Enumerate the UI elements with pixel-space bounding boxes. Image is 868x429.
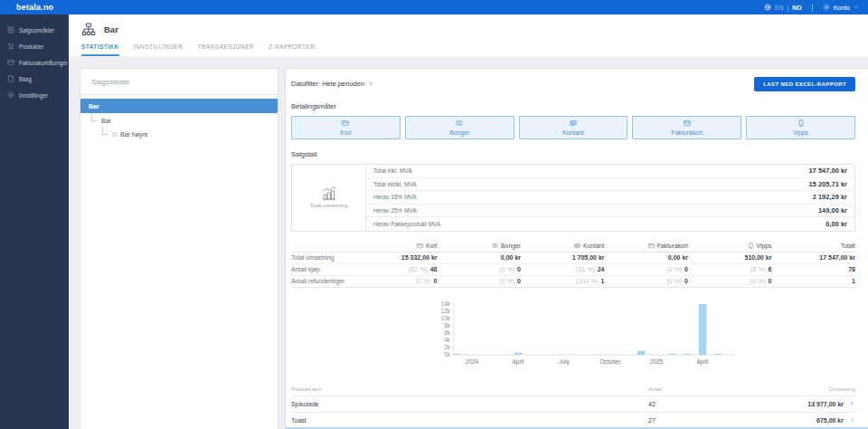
payment-table-row: Total omsetning15 332,00 kr0,00 kr1 705,… [291, 253, 855, 264]
payment-cell-value: 510,00 kr [745, 254, 772, 261]
payment-cell-percent: (31 %) [576, 266, 595, 272]
globe-icon [764, 4, 771, 11]
svg-text:2025: 2025 [650, 358, 664, 365]
sidebar-item-label: Salgsområder [19, 27, 54, 33]
page-header: Bar STATISTIKKINNSTILLINGERTRANSAKSJONER… [69, 14, 868, 56]
payment-row-label: Total omsetning [291, 254, 354, 261]
payment-card-vipps[interactable]: Vipps [746, 116, 855, 139]
payment-cell-percent: (0 %) [750, 278, 766, 284]
payment-cell: (100 %)1 [521, 278, 605, 284]
filter-row: Datofilter: Hele perioden LAST NED EXCEL… [291, 77, 855, 91]
language-no-button[interactable]: NO [792, 5, 802, 11]
payment-cell-value: 1 [852, 278, 855, 284]
payment-card-label: Kort [340, 129, 351, 136]
product-header-name: Produktnavn [291, 386, 648, 392]
chevron-right-icon [849, 416, 855, 424]
sidebar-item-fakturakort-bonger[interactable]: Fakturakort/Bonger [0, 54, 69, 71]
product-revenue: 13 977,00 kr [807, 401, 844, 407]
salgstall-row: Herav Pakkeprodukt MVA0,00 kr [366, 217, 854, 231]
salgstall-table: Total omsetning Total inkl. MVA17 547,00… [291, 164, 855, 232]
payment-card-bonger[interactable]: Bonger [405, 116, 514, 139]
product-name: Toast [291, 417, 648, 424]
sidebar-item-label: Produkter [19, 43, 43, 50]
payment-column-label: Kort [426, 243, 437, 249]
sidebar-item-salgsomrader[interactable]: Salgsområder [0, 22, 69, 38]
tab-statistikk[interactable]: STATISTIKK [81, 43, 119, 56]
tree-item[interactable]: Bar høyre [80, 129, 278, 140]
topbar-right: EN | NO Konto [764, 4, 859, 12]
gear-icon [7, 91, 14, 99]
card-icon [648, 243, 655, 249]
tree-connector [102, 127, 108, 135]
svg-text:October: October [599, 358, 621, 365]
tree-item-selected[interactable]: Bar [80, 99, 278, 113]
payment-card-fakturakort[interactable]: Fakturakort [632, 116, 741, 139]
svg-text:6k: 6k [444, 329, 451, 336]
payment-cell: 15 332,00 kr [354, 254, 438, 261]
payment-card-kort[interactable]: Kort [291, 116, 401, 139]
language-en-button[interactable]: EN [775, 5, 784, 11]
sidebar-item-label: Fakturakort/Bonger [19, 60, 68, 66]
account-menu[interactable]: Konto [834, 5, 850, 11]
product-row[interactable]: Toast27675,00 kr [291, 413, 855, 429]
topbar-divider [812, 4, 813, 12]
grid-icon [7, 26, 14, 33]
svg-text:4k: 4k [444, 337, 451, 343]
svg-text:2024: 2024 [466, 358, 479, 365]
salgstall-summary-cell: Total omsetning [292, 165, 366, 231]
svg-text:2k: 2k [444, 344, 451, 350]
payment-cell: 0,00 kr [438, 254, 522, 261]
payment-cell: 1 [772, 278, 856, 284]
svg-text:April: April [512, 358, 524, 366]
sidebar-item-produkter[interactable]: Produkter [0, 38, 69, 54]
payment-cell: (0 %)0 [438, 266, 522, 272]
salgstall-row: Herav 25% MVA149,00 kr [366, 205, 854, 218]
payment-cell-value: 15 332,00 kr [401, 254, 438, 261]
topbar: betala.no EN | NO Konto [0, 0, 868, 14]
payment-column-bonger: Bonger [438, 243, 522, 249]
product-row[interactable]: Sjokolade4213 977,00 kr [291, 396, 855, 413]
payment-cell-percent: (8 %) [750, 266, 766, 272]
sidebar-item-label: Innstillinger [19, 92, 48, 99]
payment-column-totalt: Totalt [772, 243, 856, 249]
product-table-header: ProduktnavnAntallOmsetning [291, 383, 855, 396]
chevron-down-icon [854, 5, 859, 10]
sidebar-item-innstillinger[interactable]: Innstillinger [0, 87, 69, 103]
sidebar-nav: SalgsområderProdukterFakturakort/BongerB… [0, 22, 69, 103]
product-revenue: 675,00 kr [816, 417, 844, 424]
phone-icon [797, 119, 805, 127]
date-filter[interactable]: Datofilter: Hele perioden [291, 80, 373, 88]
payment-cell-percent: (0 %) [499, 278, 514, 284]
payment-column-kort: Kort [354, 243, 438, 249]
svg-text:10k: 10k [441, 315, 451, 321]
ticket-icon [492, 243, 498, 249]
payment-card-label: Kontant [562, 129, 583, 136]
brand-logo[interactable]: betala.no [16, 3, 53, 12]
salgstall-row-label: Total inkl. MVA [373, 167, 412, 174]
payment-cell: 510,00 kr [688, 254, 772, 261]
payment-column-label: Totalt [841, 243, 855, 249]
card-icon [684, 119, 691, 127]
tab-z-rapporter[interactable]: Z-RAPPORTER [269, 43, 315, 56]
revenue-chart: 0k2k4k6k8k10k12k14k2024AprilJulyOctober2… [427, 299, 739, 371]
cash-icon [574, 243, 580, 249]
payment-column-label: Fakturakort [657, 243, 688, 249]
download-excel-button[interactable]: LAST NED EXCEL-RAPPORT [754, 77, 855, 91]
sidebar-item-bilag[interactable]: Bilag [0, 71, 69, 87]
salgssteder-panel: Salgssteder BarBarBar høyre [80, 68, 278, 429]
tree-connector [91, 113, 98, 121]
language-separator: | [787, 5, 788, 11]
svg-text:8k: 8k [444, 322, 451, 329]
payment-cell-percent: (0 %) [666, 278, 682, 284]
tab-transaksjoner[interactable]: TRANSAKSJONER [197, 43, 254, 56]
payment-cell: (8 %)6 [688, 266, 772, 272]
payment-cell-value: 78 [848, 266, 855, 272]
payment-card-kontant[interactable]: Kontant [519, 116, 628, 139]
tab-bar: STATISTIKKINNSTILLINGERTRANSAKSJONERZ-RA… [81, 43, 315, 56]
tab-innstillinger[interactable]: INNSTILLINGER [134, 43, 184, 56]
svg-text:July: July [559, 358, 570, 366]
product-count: 27 [648, 417, 738, 424]
tree-item[interactable]: Bar [80, 115, 278, 127]
product-name: Sjokolade [291, 401, 648, 407]
salgstall-row-label: Total ekskl. MVA [373, 181, 417, 187]
